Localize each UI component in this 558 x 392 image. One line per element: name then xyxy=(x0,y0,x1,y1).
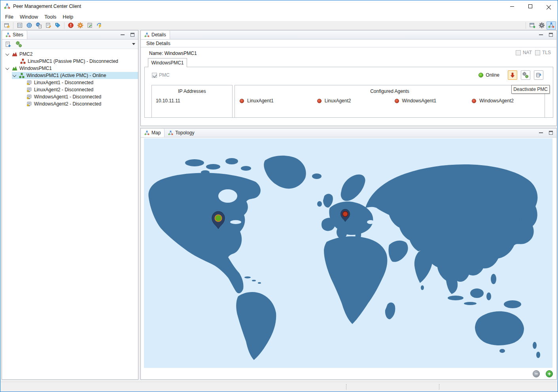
close-button[interactable] xyxy=(539,0,558,12)
globe-icon xyxy=(26,22,32,28)
nat-checkbox-label: NAT xyxy=(523,50,532,55)
globe-button[interactable] xyxy=(25,21,34,30)
tree-item-windowspmc1-site[interactable]: WindowsPMC1 xyxy=(2,65,138,72)
sync-icon xyxy=(96,22,102,28)
topology-perspective-button[interactable] xyxy=(547,21,556,30)
minimize-view-icon[interactable] xyxy=(539,132,543,133)
add-site-button[interactable] xyxy=(5,41,11,47)
server-download-icon xyxy=(535,72,542,78)
sites-toolbar xyxy=(2,40,138,49)
sync-button[interactable] xyxy=(95,21,104,30)
zoom-in-button[interactable]: + xyxy=(546,370,553,377)
maximize-view-icon[interactable] xyxy=(549,131,553,135)
update-agents-button[interactable] xyxy=(534,70,543,80)
gears-icon xyxy=(522,72,529,78)
red-down-arrow-icon xyxy=(509,72,516,78)
agent-item: LinuxAgent1 xyxy=(235,98,312,104)
tree-item-linuxagent2[interactable]: LinuxAgent2 - Disconnected xyxy=(2,86,138,93)
ip-addresses-header: IP Addresses xyxy=(152,89,232,94)
chevron-down-icon[interactable] xyxy=(6,66,9,70)
app-logo-icon xyxy=(4,3,10,9)
manage-services-button[interactable] xyxy=(16,41,22,47)
settings-button[interactable] xyxy=(537,21,547,30)
deactivate-pmc-button[interactable] xyxy=(508,70,517,80)
tls-checkbox-box[interactable] xyxy=(535,50,540,55)
nat-checkbox-box[interactable] xyxy=(516,50,521,55)
tab-topology[interactable]: Topology xyxy=(165,128,198,137)
open-perspective-button[interactable] xyxy=(528,21,537,30)
minimize-view-icon[interactable] xyxy=(539,34,543,35)
tag-button[interactable] xyxy=(53,21,62,30)
checklist-button[interactable] xyxy=(15,21,25,30)
edit-doc-icon xyxy=(45,22,51,28)
new-wizard-button[interactable] xyxy=(2,21,11,30)
task-check-icon xyxy=(87,22,93,28)
menu-file[interactable]: File xyxy=(2,13,17,21)
window-title: Peer Management Center Client xyxy=(13,4,81,9)
pmc-checkbox-label: PMC xyxy=(159,72,170,78)
main-toolbar xyxy=(0,21,558,30)
world-map-svg xyxy=(144,138,552,368)
statusbar-grip xyxy=(346,384,347,390)
menu-tools[interactable]: Tools xyxy=(41,13,59,21)
tab-windowspmc1[interactable]: WindowsPMC1 xyxy=(148,58,187,67)
details-tab-icon xyxy=(144,32,149,38)
edit-configuration-button[interactable] xyxy=(521,70,530,80)
menu-help[interactable]: Help xyxy=(60,13,77,21)
agents-grid: LinuxAgent1 LinuxAgent2 WindowsAgent1 xyxy=(235,98,545,104)
details-content: Site Details Name: WindowsPMC1 NAT TLS W… xyxy=(141,40,556,126)
map-zoom-controls: − + xyxy=(533,370,553,377)
gear-dark-icon xyxy=(539,22,545,28)
menubar: File Window Tools Help xyxy=(0,12,558,21)
new-wizard-icon xyxy=(4,22,10,28)
chevron-down-icon[interactable] xyxy=(13,73,17,77)
maximize-view-icon[interactable] xyxy=(131,33,134,37)
statusbar-grip xyxy=(439,384,440,390)
tab-map[interactable]: Map xyxy=(141,128,165,137)
minimize-icon xyxy=(510,6,514,7)
globe-doc-button[interactable] xyxy=(34,21,44,30)
tree-item-windowsagent2[interactable]: WindowsAgent2 - Disconnected xyxy=(2,100,138,107)
section-separator xyxy=(141,47,556,47)
pmc-node-red-icon xyxy=(20,58,26,64)
tree-item-linuxagent1[interactable]: LinuxAgent1 - Disconnected xyxy=(2,79,138,86)
tls-checkbox[interactable]: TLS xyxy=(535,50,551,55)
zoom-out-button[interactable]: − xyxy=(533,370,540,377)
toolbar-separator xyxy=(64,22,64,29)
map-tab-label: Map xyxy=(151,130,161,136)
agent-name: LinuxAgent2 xyxy=(325,98,351,104)
app-window: Peer Management Center Client File Windo… xyxy=(0,0,558,392)
maximize-view-icon[interactable] xyxy=(549,33,553,37)
menu-window[interactable]: Window xyxy=(17,13,41,21)
pmc-checkbox-box[interactable] xyxy=(152,73,157,78)
edit-doc-button[interactable] xyxy=(44,21,53,30)
nat-checkbox[interactable]: NAT xyxy=(516,50,532,55)
agent-icon xyxy=(26,80,32,85)
maximize-button[interactable] xyxy=(521,0,539,12)
agent-icon xyxy=(26,101,32,107)
world-map[interactable] xyxy=(144,138,552,368)
configured-agents-header: Configured Agents xyxy=(235,89,545,94)
chevron-down-icon[interactable] xyxy=(6,52,9,56)
view-menu-icon[interactable] xyxy=(132,43,135,45)
pmc-checkbox[interactable]: PMC xyxy=(152,72,170,78)
agent-name: WindowsAgent1 xyxy=(402,98,437,104)
details-panel: Details Site Details Name: WindowsPMC1 N… xyxy=(140,30,557,126)
minimize-view-icon[interactable] xyxy=(121,34,125,35)
tab-details[interactable]: Details xyxy=(141,30,170,39)
preferences-button[interactable] xyxy=(76,21,85,30)
pmc-node-green-icon xyxy=(19,73,25,78)
error-log-button[interactable] xyxy=(66,21,76,30)
ip-address-value: 10.10.11.11 xyxy=(156,98,180,104)
tree-item-pmc2[interactable]: PMC2 xyxy=(2,51,138,58)
tree-item-windowspmc1-active[interactable]: WindowsPMC1 (Active PMC) - Online xyxy=(12,72,138,79)
tree-item-linuxpmc1[interactable]: LinuxPMC1 (Passive PMC) - Disconnected xyxy=(2,58,138,65)
error-icon xyxy=(68,22,74,28)
tree-item-windowsagent1[interactable]: WindowsAgent1 - Disconnected xyxy=(2,93,138,100)
online-status-icon xyxy=(479,73,483,77)
tab-sites[interactable]: Sites xyxy=(2,30,27,39)
topology-tab-label: Topology xyxy=(175,130,194,136)
main-area: Sites xyxy=(0,30,558,382)
minimize-button[interactable] xyxy=(503,0,521,12)
tasks-button[interactable] xyxy=(85,21,95,30)
